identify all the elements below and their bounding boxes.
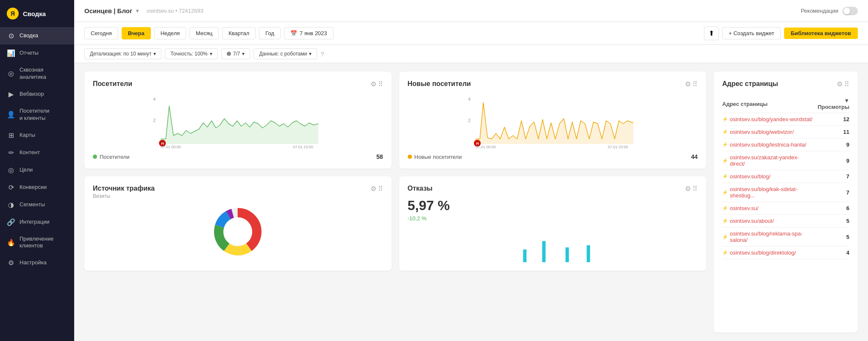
new-visitors-legend-dot [408, 155, 412, 159]
address-link[interactable]: ⚡ osintsev.su/blog/ [722, 173, 813, 180]
address-col-header[interactable]: Адрес страницы [722, 95, 813, 113]
users-icon: 👤 [7, 111, 15, 119]
sidebar-item-otchety[interactable]: 📊 Отчеты [0, 44, 74, 62]
settings-gear-icon[interactable]: ⚙ [370, 185, 376, 193]
sessions-filter-label: 7/7 [233, 51, 240, 57]
address-url: osintsev.su/about/ [730, 218, 774, 224]
library-button[interactable]: Библиотека виджетов [784, 28, 858, 39]
sessions-filter[interactable]: 7/7 ▾ [221, 48, 250, 59]
sidebar-item-karty[interactable]: ⊞ Карты [0, 127, 74, 144]
grid-dots-icon[interactable]: ⠿ [378, 80, 383, 88]
new-visitors-legend-value: 44 [691, 153, 698, 160]
views-value: 7 [813, 170, 849, 183]
header: Осинцев | Блог ▼ osintsev.su • 72412693 … [74, 0, 868, 22]
table-row: ⚡ osintsev.su/blog/reklama-spa-salona/ 5 [722, 227, 849, 247]
sidebar-item-konversii[interactable]: ⟳ Конверсии [0, 179, 74, 196]
week-button[interactable]: Неделя [154, 27, 186, 39]
chevron-down-icon: ▾ [242, 51, 245, 57]
date-range-button[interactable]: 📅 7 янв 2023 [284, 27, 334, 39]
views-col-header[interactable]: ▼ Просмотры [813, 95, 849, 113]
logo-icon: Я [7, 8, 19, 19]
bottom-cards-row: Источник трафика Визиты ⚙ ⠿ [84, 176, 706, 271]
lightning-icon: ⚡ [722, 218, 728, 224]
recommendations-label: Рекомендации [801, 8, 838, 14]
settings-icon: ⚙ [7, 259, 15, 267]
views-value: 6 [813, 202, 849, 215]
sidebar-item-posetiteli[interactable]: 👤 Посетителии клиенты [0, 103, 74, 127]
sidebar-item-integracii[interactable]: 🔗 Интеграции [0, 213, 74, 231]
lightning-icon: ⚡ [722, 190, 728, 195]
address-link[interactable]: ⚡ osintsev.su/zakazat-yandex-direct/ [722, 154, 813, 167]
sidebar-item-privlechenie[interactable]: 🔥 Привлечениеклиентов [0, 231, 74, 255]
sidebar-logo: Я Сводка [0, 0, 74, 27]
address-url: osintsev.su/blog/lestnica-hanta/ [730, 141, 806, 148]
bounce-chart [408, 228, 698, 262]
address-url: osintsev.su/ [730, 205, 759, 211]
accuracy-filter[interactable]: Точность: 100% ▾ [165, 48, 217, 59]
address-link[interactable]: ⚡ osintsev.su/blog/reklama-spa-salona/ [722, 230, 813, 243]
sidebar-item-vebvizor[interactable]: ▶ Вебвизор [0, 86, 74, 103]
visitors-legend-item: Посетители [93, 154, 130, 160]
create-widget-button[interactable]: + Создать виджет [722, 27, 780, 39]
visitors-card: Посетители ⚙ ⠿ 4 2 Н [84, 72, 392, 169]
address-link[interactable]: ⚡ osintsev.su/ [722, 205, 813, 211]
export-button[interactable]: ⬆ [704, 26, 719, 40]
address-link[interactable]: ⚡ osintsev.su/blog/yandex-wordstat/ [722, 116, 813, 122]
site-subtitle: osintsev.su • 72412693 [147, 8, 203, 14]
data-filter[interactable]: Данные: с роботами ▾ [253, 48, 317, 59]
views-value: 4 [813, 247, 849, 259]
svg-rect-23 [587, 245, 590, 262]
new-visitors-chart-area: 4 2 Н 07.01 00:00 07.01 23:50 [408, 93, 698, 148]
sidebar: Я Сводка ⊙ Сводка 📊 Отчеты ◎ Сквознаяана… [0, 0, 74, 341]
traffic-donut-chart [210, 204, 265, 259]
address-url: osintsev.su/blog/reklama-spa-salona/ [730, 230, 813, 243]
address-link[interactable]: ⚡ osintsev.su/blog/kak-sdelat-shestiug..… [722, 186, 813, 199]
address-link[interactable]: ⚡ osintsev.su/blog/webvizor/ [722, 129, 813, 135]
traffic-source-title: Источник трафика [93, 185, 155, 192]
year-button[interactable]: Год [259, 27, 281, 39]
recommendations-toggle[interactable] [843, 7, 858, 15]
sidebar-item-svodka[interactable]: ⊙ Сводка [0, 27, 74, 44]
sidebar-item-skvoznaya[interactable]: ◎ Сквознаяаналитика [0, 62, 74, 86]
sidebar-item-konversii-label: Конверсии [19, 184, 47, 191]
link-icon: 🔗 [7, 218, 15, 226]
lightning-icon: ⚡ [722, 158, 728, 164]
site-title[interactable]: Осинцев | Блог ▼ [84, 7, 140, 14]
sidebar-item-tseli[interactable]: ◎ Цели [0, 161, 74, 179]
grid-dots-icon[interactable]: ⠿ [693, 185, 698, 193]
quarter-button[interactable]: Квартал [222, 27, 256, 39]
sidebar-item-integracii-label: Интеграции [19, 219, 50, 226]
sidebar-item-kontent[interactable]: ✏ Контент [0, 144, 74, 161]
grid-dots-icon[interactable]: ⠿ [844, 80, 849, 88]
today-button[interactable]: Сегодня [84, 27, 118, 39]
grid-dots-icon[interactable]: ⠿ [378, 185, 383, 193]
traffic-donut-area [93, 204, 383, 259]
sidebar-item-skvoznaya-label: Сквознаяаналитика [19, 67, 46, 81]
sidebar-item-nastroyka[interactable]: ⚙ Настройка [0, 254, 74, 272]
views-value: 5 [813, 215, 849, 227]
settings-gear-icon[interactable]: ⚙ [685, 80, 691, 88]
settings-gear-icon[interactable]: ⚙ [685, 185, 691, 193]
sidebar-item-segmenty[interactable]: ◑ Сегменты [0, 196, 74, 213]
toolbar: Сегодня Вчера Неделя Месяц Квартал Год 📅… [74, 22, 868, 45]
site-name: Осинцев | Блог [84, 7, 132, 14]
address-link[interactable]: ⚡ osintsev.su/blog/direktolog/ [722, 250, 813, 256]
month-button[interactable]: Месяц [189, 27, 219, 39]
traffic-source-subtitle: Визиты [93, 193, 155, 199]
address-link[interactable]: ⚡ osintsev.su/blog/lestnica-hanta/ [722, 141, 813, 148]
sidebar-item-svodka-label: Сводка [19, 32, 38, 39]
table-row: ⚡ osintsev.su/blog/direktolog/ 4 [722, 247, 849, 259]
visitors-card-legend: Посетители 58 [93, 153, 383, 160]
detail-filter-label: Детализация: по 10 минут [90, 51, 151, 57]
sidebar-item-tseli-label: Цели [19, 166, 33, 174]
grid-dots-icon[interactable]: ⠿ [693, 80, 698, 88]
export-icon: ⬆ [709, 30, 714, 37]
visitors-card-title: Посетители [93, 80, 132, 88]
segment-icon: ◑ [7, 201, 15, 209]
detail-filter[interactable]: Детализация: по 10 минут ▾ [84, 48, 161, 59]
settings-gear-icon[interactable]: ⚙ [370, 80, 376, 88]
settings-gear-icon[interactable]: ⚙ [837, 80, 843, 88]
yesterday-button[interactable]: Вчера [122, 27, 151, 39]
address-link[interactable]: ⚡ osintsev.su/about/ [722, 218, 813, 224]
svg-text:2: 2 [153, 118, 156, 123]
